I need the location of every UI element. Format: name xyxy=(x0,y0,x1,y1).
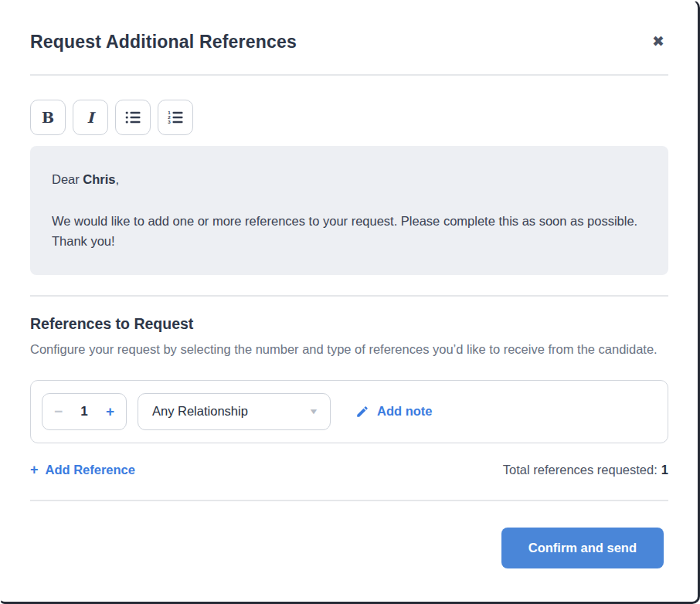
quantity-stepper: − 1 + xyxy=(42,393,127,430)
close-icon[interactable]: ✖ xyxy=(652,34,664,49)
confirm-and-send-button[interactable]: Confirm and send xyxy=(501,528,664,568)
total-references-value: 1 xyxy=(661,463,668,477)
header-divider xyxy=(30,74,668,76)
references-section-heading: References to Request xyxy=(30,315,668,333)
unordered-list-button[interactable] xyxy=(115,100,151,135)
references-summary-row: + Add Reference Total references request… xyxy=(30,462,668,478)
add-reference-label: Add Reference xyxy=(46,463,135,477)
ordered-list-icon: 1 2 3 xyxy=(167,109,184,126)
modal-header: Request Additional References ✖ xyxy=(30,1,668,53)
svg-text:3: 3 xyxy=(168,119,171,124)
message-preview[interactable]: Dear Chris, We would like to add one or … xyxy=(30,146,668,275)
add-note-link[interactable]: Add note xyxy=(355,404,433,419)
increment-button[interactable]: + xyxy=(106,404,114,419)
references-section-description: Configure your request by selecting the … xyxy=(30,339,664,359)
formatting-toolbar: B I 1 2 3 xyxy=(30,100,668,135)
request-additional-references-modal: Request Additional References ✖ B I 1 xyxy=(0,0,700,604)
unordered-list-icon xyxy=(124,109,141,126)
relationship-select[interactable]: Any Relationship ▼ xyxy=(138,393,331,430)
greeting-prefix: Dear xyxy=(52,172,83,186)
recipient-name: Chris xyxy=(83,172,115,186)
total-references-label: Total references requested: xyxy=(503,463,658,477)
add-note-label: Add note xyxy=(377,404,433,419)
page-title: Request Additional References xyxy=(30,32,297,53)
italic-icon: I xyxy=(87,109,94,126)
plus-icon: + xyxy=(30,462,39,478)
reference-row: − 1 + Any Relationship ▼ Add note xyxy=(30,380,668,443)
total-references: Total references requested:1 xyxy=(503,463,668,477)
pencil-icon xyxy=(355,405,369,419)
bold-icon: B xyxy=(42,109,54,126)
italic-button[interactable]: I xyxy=(73,100,108,135)
message-divider xyxy=(30,295,668,297)
footer-divider xyxy=(30,500,668,501)
message-body: We would like to add one or more referen… xyxy=(52,211,647,252)
modal-footer: Confirm and send xyxy=(30,528,668,568)
add-reference-link[interactable]: + Add Reference xyxy=(30,462,135,478)
bold-button[interactable]: B xyxy=(30,100,66,135)
ordered-list-button[interactable]: 1 2 3 xyxy=(158,100,193,135)
message-greeting: Dear Chris, xyxy=(52,169,647,190)
decrement-button[interactable]: − xyxy=(54,404,63,419)
reference-count: 1 xyxy=(80,404,87,419)
relationship-selected-value: Any Relationship xyxy=(152,404,248,419)
chevron-down-icon: ▼ xyxy=(308,407,319,416)
greeting-suffix: , xyxy=(116,172,120,186)
